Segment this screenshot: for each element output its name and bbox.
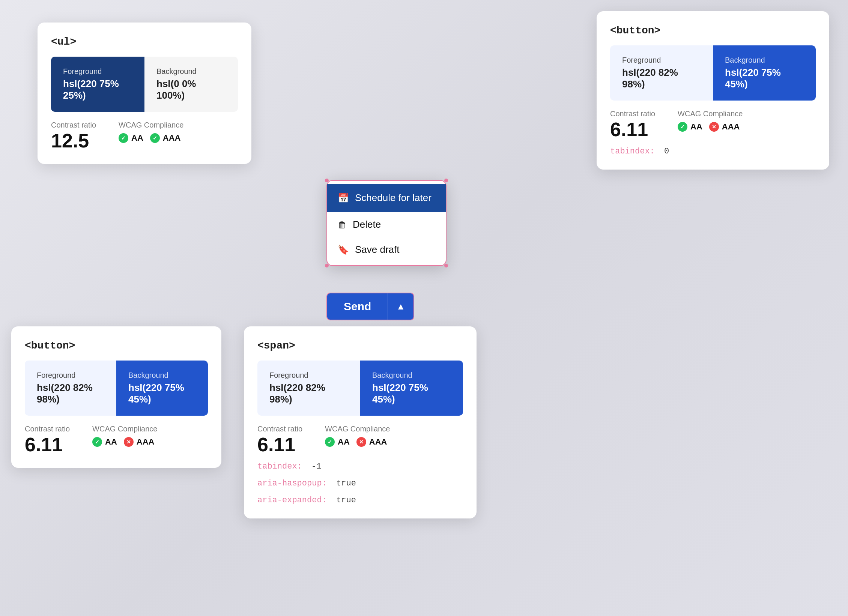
span-bg-value: hsl(220 75% 45%) (372, 382, 451, 405)
ul-aaa-check-icon: ✓ (150, 133, 160, 143)
span-stats: Contrast ratio 6.11 WCAG Compliance ✓ AA… (257, 425, 463, 454)
span-wcag-badges: ✓ AA ✕ AAA (325, 437, 390, 447)
button-bottom-contrast-label: Contrast ratio (25, 425, 70, 433)
corner-dot-tr (444, 179, 448, 182)
button-bottom-contrast-group: Contrast ratio 6.11 (25, 425, 70, 454)
ul-aa-badge: ✓ AA (119, 133, 143, 143)
dropdown-item-delete[interactable]: 🗑 Delete (327, 212, 446, 237)
button-bottom-wcag-badges: ✓ AA ✕ AAA (92, 437, 157, 447)
send-button[interactable]: Send (327, 293, 388, 320)
span-aa-badge: ✓ AA (325, 437, 350, 447)
button-bottom-aaa-badge: ✕ AAA (124, 437, 155, 447)
button-bottom-fg-swatch: Foreground hsl(220 82% 98%) (25, 361, 116, 416)
calendar-icon: 📅 (338, 193, 349, 203)
ul-wcag-badges: ✓ AA ✓ AAA (119, 133, 183, 143)
chevron-up-icon: ▲ (396, 301, 405, 312)
send-chevron-button[interactable]: ▲ (388, 293, 413, 320)
button-bottom-wcag-group: WCAG Compliance ✓ AA ✕ AAA (92, 425, 157, 447)
button-card-top-title: <button> (610, 25, 816, 36)
dropdown-item-save-draft[interactable]: 🔖 Save draft (327, 237, 446, 262)
button-top-aaa-icon: ✕ (709, 122, 719, 132)
ul-contrast-label: Contrast ratio (51, 121, 96, 129)
button-bottom-aa-icon: ✓ (92, 437, 102, 447)
ul-fg-swatch: Foreground hsl(220 75% 25%) (51, 57, 144, 112)
trash-icon: 🗑 (338, 219, 347, 230)
delete-label: Delete (353, 219, 381, 230)
span-tabindex-key: tabindex: (257, 462, 302, 471)
ul-card-title: <ul> (51, 36, 238, 48)
button-top-wcag-label: WCAG Compliance (678, 110, 743, 118)
span-contrast-value: 6.11 (257, 435, 302, 454)
button-top-contrast-label: Contrast ratio (610, 110, 655, 118)
span-swatches: Foreground hsl(220 82% 98%) Background h… (257, 361, 463, 416)
ul-bg-label: Background (156, 67, 226, 76)
corner-dot-br (444, 264, 448, 267)
span-aa-icon: ✓ (325, 437, 335, 447)
span-aria-haspopup: aria-haspopup: true (257, 479, 463, 488)
dropdown-item-schedule[interactable]: 📅 Schedule for later (327, 184, 446, 212)
ul-fg-value: hsl(220 75% 25%) (63, 78, 132, 101)
corner-dot-tl (325, 179, 329, 182)
button-bottom-aaa-icon: ✕ (124, 437, 134, 447)
button-top-wcag-badges: ✓ AA ✕ AAA (678, 122, 743, 132)
button-card-bottom-title: <button> (25, 340, 208, 352)
button-top-stats: Contrast ratio 6.11 WCAG Compliance ✓ AA… (610, 110, 816, 139)
span-fg-swatch: Foreground hsl(220 82% 98%) (257, 361, 360, 416)
button-top-fg-value: hsl(220 82% 98%) (622, 67, 701, 90)
button-bottom-stats: Contrast ratio 6.11 WCAG Compliance ✓ AA… (25, 425, 208, 454)
button-top-aa-badge: ✓ AA (678, 122, 702, 132)
button-top-bg-value: hsl(220 75% 45%) (725, 67, 804, 90)
span-aria-expanded-key: aria-expanded: (257, 496, 327, 505)
schedule-label: Schedule for later (355, 192, 432, 204)
button-card-top: <button> Foreground hsl(220 82% 98%) Bac… (597, 11, 829, 170)
span-contrast-group: Contrast ratio 6.11 (257, 425, 302, 454)
button-bottom-bg-label: Background (128, 371, 196, 380)
span-aria-haspopup-val: true (336, 479, 356, 488)
send-button-group[interactable]: Send ▲ (326, 293, 414, 320)
button-top-tabindex: tabindex: 0 (610, 147, 816, 156)
button-top-contrast-group: Contrast ratio 6.11 (610, 110, 655, 139)
ul-card: <ul> Foreground hsl(220 75% 25%) Backgro… (38, 23, 251, 164)
span-aria-haspopup-key: aria-haspopup: (257, 479, 327, 488)
ul-wcag-group: WCAG Compliance ✓ AA ✓ AAA (119, 121, 183, 143)
bookmark-icon: 🔖 (338, 245, 349, 255)
button-top-fg-swatch: Foreground hsl(220 82% 98%) (610, 45, 713, 101)
span-contrast-label: Contrast ratio (257, 425, 302, 433)
button-card-bottom: <button> Foreground hsl(220 82% 98%) Bac… (11, 326, 221, 468)
corner-dot-bl (325, 264, 329, 267)
ul-wcag-label: WCAG Compliance (119, 121, 183, 129)
button-bottom-swatches: Foreground hsl(220 82% 98%) Background h… (25, 361, 208, 416)
span-bg-swatch: Background hsl(220 75% 45%) (360, 361, 463, 416)
button-bottom-fg-label: Foreground (37, 371, 104, 380)
span-bg-label: Background (372, 371, 451, 380)
ul-contrast-value: 12.5 (51, 131, 96, 150)
button-top-wcag-group: WCAG Compliance ✓ AA ✕ AAA (678, 110, 743, 132)
button-top-aaa-badge: ✕ AAA (709, 122, 740, 132)
span-aaa-icon: ✕ (356, 437, 366, 447)
button-top-tabindex-val: 0 (664, 147, 669, 156)
button-top-contrast-value: 6.11 (610, 120, 655, 139)
ul-aa-check-icon: ✓ (119, 133, 128, 143)
span-aria-expanded-val: true (336, 496, 356, 505)
span-aria-expanded: aria-expanded: true (257, 496, 463, 505)
span-tabindex: tabindex: -1 (257, 462, 463, 471)
ul-card-stats: Contrast ratio 12.5 WCAG Compliance ✓ AA… (51, 121, 238, 150)
span-tabindex-val: -1 (311, 462, 321, 471)
span-aaa-badge: ✕ AAA (356, 437, 387, 447)
dropdown-menu: 📅 Schedule for later 🗑 Delete 🔖 Save dra… (326, 180, 447, 266)
ul-fg-label: Foreground (63, 67, 132, 76)
ul-aaa-badge: ✓ AAA (150, 133, 181, 143)
button-top-tabindex-key: tabindex: (610, 147, 655, 156)
button-top-swatches: Foreground hsl(220 82% 98%) Background h… (610, 45, 816, 101)
span-fg-label: Foreground (269, 371, 348, 380)
button-bottom-fg-value: hsl(220 82% 98%) (37, 382, 104, 405)
button-bottom-aa-badge: ✓ AA (92, 437, 117, 447)
button-bottom-bg-swatch: Background hsl(220 75% 45%) (116, 361, 208, 416)
ul-bg-value: hsl(0 0% 100%) (156, 78, 226, 101)
span-fg-value: hsl(220 82% 98%) (269, 382, 348, 405)
button-bottom-bg-value: hsl(220 75% 45%) (128, 382, 196, 405)
span-card: <span> Foreground hsl(220 82% 98%) Backg… (244, 326, 477, 518)
ul-bg-swatch: Background hsl(0 0% 100%) (144, 57, 238, 112)
button-bottom-wcag-label: WCAG Compliance (92, 425, 157, 433)
button-top-bg-swatch: Background hsl(220 75% 45%) (713, 45, 816, 101)
